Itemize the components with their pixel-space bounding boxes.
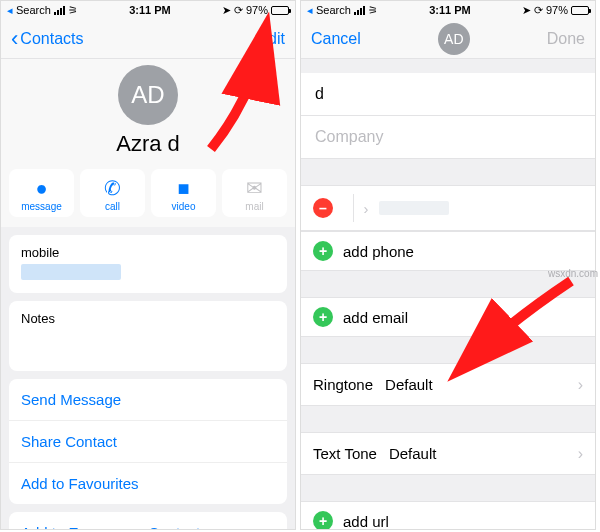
battery-percent: 97%: [546, 4, 568, 16]
message-button[interactable]: ● message: [9, 169, 74, 217]
mobile-number-redacted: [21, 264, 121, 280]
emergency-card: Add to Emergency Contacts: [9, 512, 287, 530]
edit-button[interactable]: Edit: [257, 30, 285, 48]
add-icon: +: [313, 511, 333, 530]
remove-icon[interactable]: –: [313, 198, 333, 218]
phone-card[interactable]: mobile: [9, 235, 287, 293]
cell-signal-icon: [54, 6, 65, 15]
share-contact-row[interactable]: Share Contact: [9, 420, 287, 462]
notes-label: Notes: [21, 311, 275, 326]
add-to-favourites-row[interactable]: Add to Favourites: [9, 462, 287, 504]
mail-icon: ✉: [222, 177, 287, 199]
wifi-icon: ⚞: [368, 4, 378, 17]
avatar[interactable]: AD: [118, 65, 178, 125]
done-button[interactable]: Done: [547, 30, 585, 48]
ringtone-value: Default: [385, 376, 433, 393]
back-button[interactable]: ‹ Contacts: [11, 30, 83, 48]
message-label: message: [9, 201, 74, 212]
ringtone-label: Ringtone: [313, 376, 373, 393]
mail-button: ✉ mail: [222, 169, 287, 217]
company-field[interactable]: Company: [301, 116, 595, 159]
chevron-right-icon: ›: [578, 376, 583, 394]
nav-bar: ‹ Contacts Edit: [1, 19, 295, 59]
avatar[interactable]: AD: [438, 23, 470, 55]
back-to-app-chevron[interactable]: ◂: [307, 4, 313, 17]
message-icon: ●: [9, 177, 74, 199]
add-email-label: add email: [343, 309, 408, 326]
cell-signal-icon: [354, 6, 365, 15]
contact-header: AD Azra d: [1, 59, 295, 169]
texttone-row[interactable]: Text Tone Default ›: [301, 432, 595, 475]
video-label: video: [151, 201, 216, 212]
edit-contact-screen: ◂ Search ⚞ 3:11 PM ➤ ⟳ 97% Cancel AD Don…: [300, 0, 596, 530]
mobile-label: mobile: [21, 245, 275, 260]
existing-phone-row[interactable]: – ›: [301, 185, 595, 231]
rotation-lock-icon: ⟳: [234, 4, 243, 17]
watermark: wsxdn.com: [548, 268, 598, 282]
actions-card: Send Message Share Contact Add to Favour…: [9, 379, 287, 504]
back-to-app-label[interactable]: Search: [16, 4, 51, 16]
chevron-right-icon: ›: [578, 445, 583, 463]
action-row: ● message ✆ call ■ video ✉ mail: [1, 169, 295, 227]
add-icon: +: [313, 307, 333, 327]
call-label: call: [80, 201, 145, 212]
wifi-icon: ⚞: [68, 4, 78, 17]
location-icon: ➤: [522, 4, 531, 17]
status-bar: ◂ Search ⚞ 3:11 PM ➤ ⟳ 97%: [1, 1, 295, 19]
contact-view-screen: ◂ Search ⚞ 3:11 PM ➤ ⟳ 97% ‹ Contacts Ed…: [0, 0, 296, 530]
phone-icon: ✆: [80, 177, 145, 199]
phone-number-redacted: [379, 201, 449, 215]
add-to-emergency-row[interactable]: Add to Emergency Contacts: [9, 512, 287, 530]
texttone-label: Text Tone: [313, 445, 377, 462]
status-time: 3:11 PM: [429, 4, 471, 16]
battery-icon: [571, 6, 589, 15]
back-to-app-label[interactable]: Search: [316, 4, 351, 16]
status-bar: ◂ Search ⚞ 3:11 PM ➤ ⟳ 97%: [301, 1, 595, 19]
back-label: Contacts: [20, 30, 83, 48]
send-message-row[interactable]: Send Message: [9, 379, 287, 420]
contact-name: Azra d: [1, 131, 295, 157]
add-url-row[interactable]: + add url: [301, 501, 595, 530]
rotation-lock-icon: ⟳: [534, 4, 543, 17]
status-time: 3:11 PM: [129, 4, 171, 16]
cancel-button[interactable]: Cancel: [311, 30, 361, 48]
add-phone-row[interactable]: + add phone: [301, 231, 595, 271]
chevron-left-icon: ‹: [11, 32, 18, 45]
mail-label: mail: [222, 201, 287, 212]
call-button[interactable]: ✆ call: [80, 169, 145, 217]
add-url-label: add url: [343, 513, 389, 530]
battery-icon: [271, 6, 289, 15]
chevron-right-icon: ›: [364, 200, 369, 217]
notes-card[interactable]: Notes: [9, 301, 287, 371]
texttone-value: Default: [389, 445, 437, 462]
back-to-app-chevron[interactable]: ◂: [7, 4, 13, 17]
add-phone-label: add phone: [343, 243, 414, 260]
add-icon: +: [313, 241, 333, 261]
location-icon: ➤: [222, 4, 231, 17]
add-email-row[interactable]: + add email: [301, 297, 595, 337]
video-icon: ■: [151, 177, 216, 199]
nav-bar: Cancel AD Done: [301, 19, 595, 59]
last-name-field[interactable]: d: [301, 73, 595, 116]
battery-percent: 97%: [246, 4, 268, 16]
video-button[interactable]: ■ video: [151, 169, 216, 217]
ringtone-row[interactable]: Ringtone Default ›: [301, 363, 595, 406]
